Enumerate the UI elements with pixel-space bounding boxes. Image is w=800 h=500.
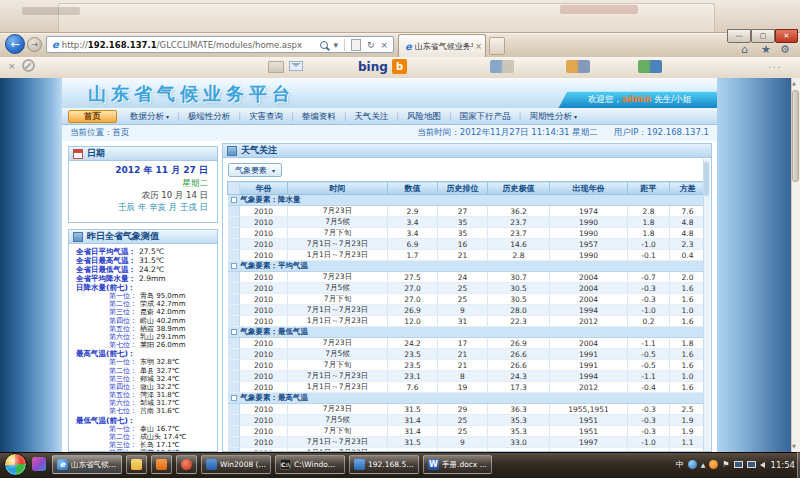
panel-scrollbar[interactable] <box>703 159 710 451</box>
home-icon[interactable]: ⌂ <box>741 44 748 56</box>
tab-close-icon[interactable]: × <box>475 42 482 51</box>
start-button[interactable] <box>4 453 27 476</box>
toolbar-overflow-icon[interactable]: ... <box>768 60 783 70</box>
taskbar-clock[interactable]: 11:54 <box>771 460 796 470</box>
speaker-icon[interactable] <box>760 462 765 468</box>
table-cell: 1.9 <box>670 426 706 437</box>
table-cell: 24.3 <box>488 371 550 382</box>
maximize-button[interactable]: ▢ <box>751 29 775 43</box>
welcome-suffix: 先生/小姐 <box>652 94 692 104</box>
forward-button[interactable]: → <box>27 37 42 52</box>
scrollbar-thumb[interactable] <box>792 90 799 182</box>
section-label: 气象要素：降水量 <box>241 195 301 204</box>
element-selector-button[interactable]: 气象要素 ▾ <box>228 163 282 177</box>
new-tab-button[interactable] <box>489 37 505 55</box>
section-header-row[interactable]: 气象要素：降水量 <box>228 195 706 206</box>
toolbar-plugin-icon-1[interactable] <box>490 60 514 73</box>
weather-table: 年份时间数值历史排位历史极值出现年份距平方差气象要素：降水量20107月23日2… <box>227 181 706 452</box>
quick-launch-icon[interactable] <box>32 457 46 471</box>
card-icon[interactable] <box>268 61 284 73</box>
table-cell: 2010 <box>240 426 288 437</box>
show-hidden-icons[interactable]: ▲ <box>701 461 706 468</box>
nav-item-8[interactable]: 周期性分析▾ <box>521 110 585 123</box>
ime-indicator[interactable]: 中 <box>676 459 684 470</box>
stat-label: 全省平均降水量： <box>76 274 136 283</box>
section-header-row[interactable]: 气象要素：最高气温 <box>228 393 706 404</box>
scroll-down-icon[interactable]: ▼ <box>792 443 796 449</box>
taskbar-button[interactable]: e山东省气候业... <box>52 455 122 474</box>
toolbar-close-icon[interactable]: × <box>8 61 16 71</box>
collapse-checkbox[interactable] <box>231 395 237 401</box>
nav-item-0[interactable]: 首页 <box>68 110 117 123</box>
table-cell: 28.0 <box>488 305 550 316</box>
ie-favicon: e <box>52 39 59 50</box>
address-bar[interactable]: e http://192.168.137.1/GLCCLIMATE/module… <box>46 36 394 53</box>
rank-label: 第二位： <box>109 367 137 375</box>
section-header-row[interactable]: 气象要素：平均气温 <box>228 261 706 272</box>
back-button[interactable]: ← <box>5 34 25 54</box>
nav-item-2[interactable]: 极端性分析 <box>180 110 239 123</box>
collapse-checkbox[interactable] <box>231 263 237 269</box>
refresh-icon[interactable]: ↻ <box>367 40 375 50</box>
stop-icon[interactable]: × <box>380 40 388 50</box>
taskbar-button[interactable] <box>176 455 197 474</box>
toolbar-plugin-icon-3[interactable] <box>638 60 662 73</box>
nav-item-4[interactable]: 整编资料 <box>294 110 344 123</box>
table-cell: 7月下旬 <box>288 294 388 305</box>
row-indent-cell <box>228 250 240 261</box>
welcome-username: admin <box>622 94 652 104</box>
bing-logo[interactable]: bing <box>358 60 388 74</box>
tools-gear-icon[interactable]: ⚙ <box>780 44 790 56</box>
minimize-button[interactable]: — <box>727 29 751 43</box>
compatibility-view-icon[interactable] <box>351 39 361 51</box>
close-button[interactable]: ✕ <box>775 29 798 43</box>
browser-tab[interactable]: e 山东省气候业务平... × <box>398 34 486 57</box>
search-icon[interactable] <box>320 41 328 49</box>
browser-tray-icon[interactable] <box>709 460 718 469</box>
collapse-checkbox[interactable] <box>231 197 237 203</box>
panel-scrollbar-thumb[interactable] <box>704 162 709 196</box>
section-header-row[interactable]: 气象要素：最低气温 <box>228 327 706 338</box>
table-cell: 2004 <box>550 294 628 305</box>
table-cell: 1957 <box>550 239 628 250</box>
favorites-star-icon[interactable]: ★ <box>761 44 771 56</box>
search-dropdown-icon[interactable]: ▾ <box>333 40 338 50</box>
table-cell: 9 <box>438 437 488 448</box>
nav-item-5[interactable]: 天气关注 <box>346 110 396 123</box>
taskbar-button[interactable] <box>126 455 147 474</box>
nav-item-7[interactable]: 国家下行产品 <box>452 110 519 123</box>
table-row: 20107月5候27.02530.52004-0.31.6 <box>228 283 706 294</box>
network-icon[interactable] <box>734 461 743 468</box>
rank-label: 第六位： <box>109 333 137 341</box>
action-center-flag-icon[interactable]: ⚑ <box>722 460 729 469</box>
nav-item-3[interactable]: 灾害查询 <box>241 110 291 123</box>
scroll-up-icon[interactable]: ▲ <box>792 80 796 86</box>
taskbar-button[interactable]: 192.168.59.99... <box>349 455 419 474</box>
table-cell: 2.9 <box>388 206 438 217</box>
nav-item-label: 国家下行产品 <box>460 110 511 123</box>
taskbar-button[interactable]: Win2008 (VS2... <box>201 455 271 474</box>
toolbar-plugin-icon-2[interactable] <box>566 60 590 73</box>
collapse-checkbox[interactable] <box>231 329 237 335</box>
rank-line: 第六位：乳山 29.1mm <box>69 333 217 341</box>
table-cell: -0.4 <box>628 382 670 393</box>
mail-icon[interactable] <box>289 61 303 71</box>
nav-item-1[interactable]: 数据分析▾ <box>122 110 177 123</box>
taskbar-button[interactable]: W手册.docx ... <box>423 455 492 474</box>
bing-app-icon[interactable]: b <box>392 59 407 74</box>
taskbar-button[interactable]: C:\C:\Windows\s... <box>275 455 345 474</box>
table-cell: 2010 <box>240 338 288 349</box>
screen: ← → e http://192.168.137.1/GLCCLIMATE/mo… <box>0 0 800 500</box>
table-cell: 1.9 <box>670 415 706 426</box>
taskbar-button-label: 192.168.59.99... <box>368 460 414 469</box>
table-cell: 2010 <box>240 349 288 360</box>
group-title: 最低气温(前七)： <box>69 416 217 425</box>
network-globe-icon[interactable] <box>688 460 697 469</box>
row-indent-cell <box>228 382 240 393</box>
display-icon[interactable] <box>747 461 756 468</box>
table-cell: 1.6 <box>670 360 706 371</box>
taskbar-button[interactable] <box>151 455 172 474</box>
table-cell: 35 <box>438 228 488 239</box>
nav-item-6[interactable]: 风险地图 <box>399 110 449 123</box>
rank-label: 第五位： <box>109 325 137 333</box>
